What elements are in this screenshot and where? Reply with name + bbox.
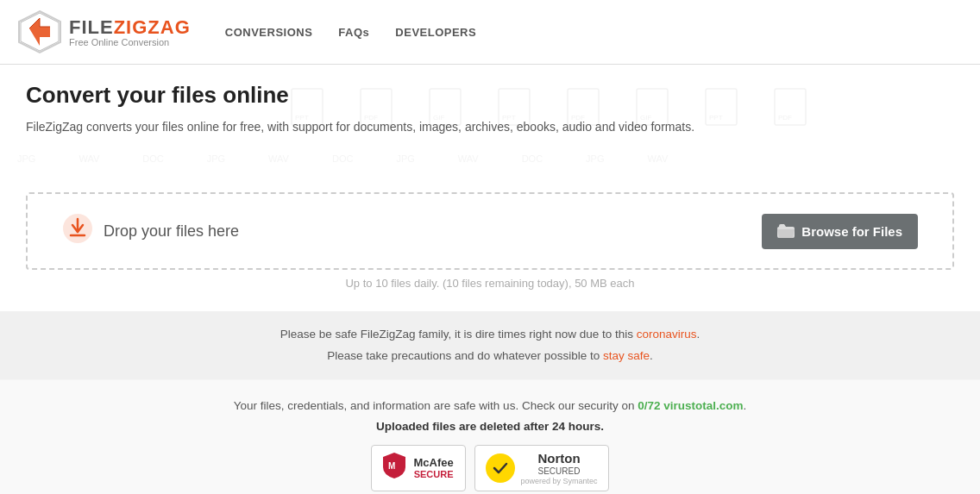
mid-icon-jpg3: JPG xyxy=(396,153,414,164)
nav-developers[interactable]: DEVELOPERS xyxy=(395,26,476,39)
security-delete-text: Uploaded files are deleted after 24 hour… xyxy=(376,420,604,433)
mid-icon-wav3: WAV xyxy=(458,153,479,164)
mid-file-icons: JPG WAV DOC JPG WAV DOC JPG WAV DOC JPG … xyxy=(0,149,980,168)
mid-icon-jpg2: JPG xyxy=(207,153,225,164)
mcafee-text: McAfee SECURE xyxy=(413,456,453,481)
norton-check-icon xyxy=(486,453,515,483)
mcafee-badge: M McAfee SECURE xyxy=(371,445,466,492)
browse-button[interactable]: Browse for Files xyxy=(762,214,918,249)
logo-zigzag-text: ZIGZAG xyxy=(114,16,191,38)
page-description: FileZigZag converts your files online fo… xyxy=(26,117,716,136)
norton-secured-label: SECURED xyxy=(520,466,597,477)
covid-text-3: Please take precautions and do whatever … xyxy=(327,349,603,362)
hero-section: PPT PDF GIF PPT PDF GIF PPT PDF Convert … xyxy=(0,65,980,149)
logo-file-text: FILE xyxy=(69,16,114,38)
covid-text-end: . xyxy=(650,349,653,362)
norton-badge: Norton SECURED powered by Symantec xyxy=(474,445,608,492)
security-text-2: . xyxy=(744,399,747,412)
logo-tagline: Free Online Conversion xyxy=(69,37,191,47)
nav-faqs[interactable]: FAQs xyxy=(338,26,369,39)
covid-text-2: . xyxy=(697,328,700,341)
logo-icon xyxy=(17,9,62,54)
security-text: Your files, credentials, and information… xyxy=(26,396,954,438)
mid-icon-jpg4: JPG xyxy=(586,153,604,164)
covid-notice-section: Please be safe FileZigZag family, it is … xyxy=(0,311,980,379)
covid-text-1: Please be safe FileZigZag family, it is … xyxy=(280,328,637,341)
mid-strip: JPG WAV DOC JPG WAV DOC JPG WAV DOC JPG … xyxy=(0,149,980,192)
svg-text:M: M xyxy=(388,461,395,471)
drop-left: Drop your files here xyxy=(62,213,239,250)
norton-powered-label: powered by Symantec xyxy=(520,477,597,486)
logo-text: FILEZIGZAG Free Online Conversion xyxy=(69,16,191,47)
dropzone-section: Drop your files here Browse for Files Up… xyxy=(0,192,980,311)
mid-icon-wav: WAV xyxy=(79,153,99,164)
coronavirus-link[interactable]: coronavirus xyxy=(637,328,697,341)
mid-icon-doc: DOC xyxy=(142,153,163,164)
drop-text: Drop your files here xyxy=(104,222,239,241)
security-section: Your files, credentials, and information… xyxy=(0,380,980,494)
norton-text: Norton SECURED powered by Symantec xyxy=(520,451,597,486)
mid-icon-doc2: DOC xyxy=(332,153,353,164)
file-limit-text: Up to 10 files daily. (10 files remainin… xyxy=(26,270,954,303)
mcafee-secure-label: SECURE xyxy=(413,469,453,480)
mid-icon-doc3: DOC xyxy=(522,153,543,164)
virustotal-domain: virustotal.com xyxy=(663,399,743,412)
dropzone[interactable]: Drop your files here Browse for Files xyxy=(26,192,954,270)
main-nav: CONVERSIONS FAQs DEVELOPERS xyxy=(225,26,476,39)
stay-safe-link[interactable]: stay safe xyxy=(603,349,650,362)
header: FILEZIGZAG Free Online Conversion CONVER… xyxy=(0,0,980,65)
svg-point-22 xyxy=(489,457,512,479)
mcafee-brand: McAfee xyxy=(413,456,453,470)
virustotal-score: 0/72 xyxy=(638,399,660,412)
mid-icon-wav4: WAV xyxy=(648,153,669,164)
page-headline: Convert your files online xyxy=(26,82,954,109)
mcafee-shield-icon: M xyxy=(382,452,406,485)
virustotal-link[interactable]: 0/72 virustotal.com xyxy=(638,399,743,412)
nav-conversions[interactable]: CONVERSIONS xyxy=(225,26,313,39)
browse-btn-label: Browse for Files xyxy=(801,224,902,239)
folder-icon xyxy=(777,222,795,241)
drop-arrow-icon xyxy=(62,213,93,250)
covid-notice: Please be safe FileZigZag family, it is … xyxy=(26,324,954,366)
security-badges: M McAfee SECURE Norton SECURED powered b… xyxy=(26,445,954,492)
mid-icon-jpg: JPG xyxy=(17,153,35,164)
security-text-1: Your files, credentials, and information… xyxy=(234,399,638,412)
logo-link[interactable]: FILEZIGZAG Free Online Conversion xyxy=(17,9,191,54)
mid-icon-wav2: WAV xyxy=(268,153,289,164)
norton-brand: Norton xyxy=(520,451,597,466)
